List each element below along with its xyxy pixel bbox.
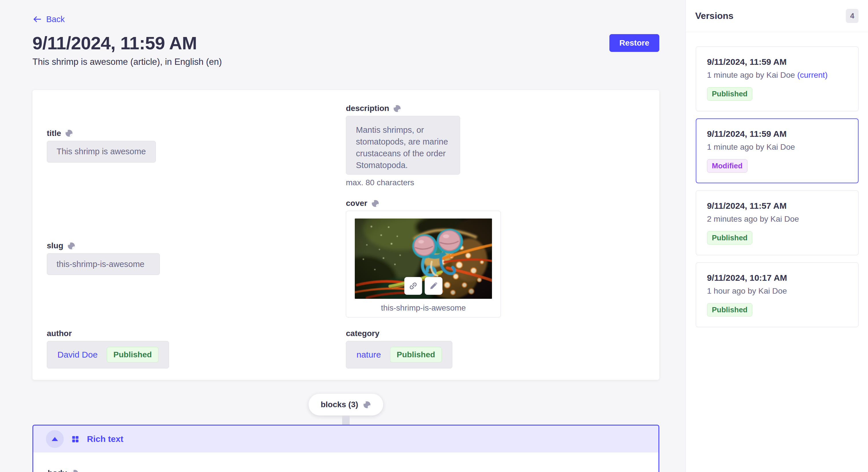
globe-icon [371, 199, 379, 208]
version-status-badge: Published [707, 303, 752, 316]
version-date: 9/11/2024, 10:17 AM [707, 273, 847, 283]
author-label: author [47, 329, 346, 338]
cover-actions [404, 277, 443, 295]
version-meta-text: 2 minutes ago by Kai Doe [707, 214, 799, 224]
page-subtitle: This shrimp is awesome (article), in Eng… [32, 57, 659, 67]
versions-panel: Versions 4 9/11/2024, 11:59 AM 1 minute … [685, 0, 868, 472]
version-meta: 1 hour ago by Kai Doe [707, 286, 847, 296]
back-label: Back [46, 14, 65, 24]
version-meta-text: 1 minute ago by Kai Doe [707, 142, 795, 151]
author-status-badge: Published [107, 347, 158, 363]
blocks-zone-label-text: blocks (3) [321, 400, 358, 409]
version-meta: 1 minute ago by Kai Doe [707, 142, 847, 152]
version-date: 9/11/2024, 11:57 AM [707, 201, 847, 211]
rich-text-block-body: body [33, 452, 658, 472]
cover-caption: this-shrimp-is-awesome [355, 303, 492, 312]
link-icon [408, 281, 418, 291]
globe-icon [71, 469, 79, 472]
version-meta: 1 minute ago by Kai Doe (current) [707, 71, 847, 80]
version-status-badge: Published [707, 231, 752, 245]
versions-title: Versions [695, 11, 733, 21]
globe-icon [67, 242, 75, 250]
title-label: title [47, 129, 346, 138]
description-textarea: Mantis shrimps, or stomatopods, are mari… [346, 116, 460, 175]
version-meta: 2 minutes ago by Kai Doe [707, 214, 847, 224]
version-form-card: title This shrimp is awesome description… [32, 90, 659, 380]
version-card[interactable]: 9/11/2024, 10:17 AM 1 hour ago by Kai Do… [696, 262, 859, 327]
slug-label-text: slug [47, 241, 63, 250]
component-grid-icon [71, 435, 80, 443]
cover-label: cover [346, 199, 645, 208]
globe-icon [393, 104, 401, 113]
rich-text-block-title: Rich text [87, 434, 123, 444]
cover-label-text: cover [346, 199, 367, 208]
body-label-text: body [48, 469, 67, 472]
title-input: This shrimp is awesome [47, 141, 156, 163]
description-label: description [346, 104, 645, 113]
category-relation-box: nature Published [346, 341, 453, 369]
caret-up-icon [52, 437, 58, 441]
restore-button[interactable]: Restore [609, 34, 659, 52]
category-label: category [346, 329, 645, 338]
version-date: 9/11/2024, 11:59 AM [707, 129, 847, 139]
versions-count-badge: 4 [846, 9, 859, 23]
field-category: category nature Published [346, 329, 645, 369]
field-slug: slug this-shrimp-is-awesome [47, 241, 346, 275]
blocks-connector [342, 415, 350, 425]
rich-text-block-header[interactable]: Rich text [33, 426, 658, 452]
globe-icon [65, 129, 73, 137]
edit-asset-button[interactable] [425, 277, 443, 295]
author-label-text: author [47, 329, 72, 338]
blocks-zone: blocks (3) Rich text body [32, 394, 659, 472]
description-hint: max. 80 characters [346, 178, 645, 187]
slug-input: this-shrimp-is-awesome [47, 253, 160, 275]
version-status-badge: Modified [707, 159, 747, 173]
title-label-text: title [47, 129, 61, 138]
field-title: title This shrimp is awesome [47, 129, 346, 163]
description-label-text: description [346, 104, 389, 113]
version-status-badge: Published [707, 87, 752, 101]
cover-image [355, 218, 492, 299]
version-card[interactable]: 9/11/2024, 11:57 AM 2 minutes ago by Kai… [696, 191, 859, 255]
globe-icon [363, 401, 371, 409]
version-current-label[interactable]: (current) [797, 71, 828, 79]
body-label: body [48, 469, 644, 472]
field-author: author David Doe Published [47, 329, 346, 369]
category-status-badge: Published [390, 347, 442, 363]
category-label-text: category [346, 329, 379, 338]
version-card[interactable]: 9/11/2024, 11:59 AM 1 minute ago by Kai … [696, 46, 859, 111]
author-relation-box: David Doe Published [47, 341, 169, 369]
page-title: 9/11/2024, 11:59 AM [32, 33, 197, 53]
slug-label: slug [47, 241, 346, 250]
version-meta-text: 1 hour ago by Kai Doe [707, 286, 787, 295]
category-relation-link[interactable]: nature [356, 350, 381, 360]
versions-list: 9/11/2024, 11:59 AM 1 minute ago by Kai … [686, 32, 868, 327]
page-header: 9/11/2024, 11:59 AM Restore [32, 33, 659, 53]
field-cover: cover [346, 199, 645, 317]
version-card-selected[interactable]: 9/11/2024, 11:59 AM 1 minute ago by Kai … [696, 119, 859, 183]
version-meta-text: 1 minute ago by Kai Doe [707, 71, 795, 79]
version-date: 9/11/2024, 11:59 AM [707, 57, 847, 67]
rich-text-block: Rich text body [32, 425, 659, 472]
back-link[interactable]: Back [32, 14, 65, 24]
collapse-toggle-button[interactable] [46, 430, 64, 448]
cover-asset-card: this-shrimp-is-awesome [346, 211, 501, 317]
versions-panel-header: Versions 4 [686, 0, 868, 32]
field-description: description Mantis shrimps, or stomatopo… [346, 104, 645, 187]
version-detail-panel: Back 9/11/2024, 11:59 AM Restore This sh… [0, 0, 685, 472]
back-arrow-icon [32, 14, 42, 24]
pencil-icon [429, 281, 439, 291]
author-relation-link[interactable]: David Doe [57, 350, 98, 360]
copy-link-button[interactable] [404, 277, 422, 295]
blocks-zone-label: blocks (3) [309, 394, 383, 415]
